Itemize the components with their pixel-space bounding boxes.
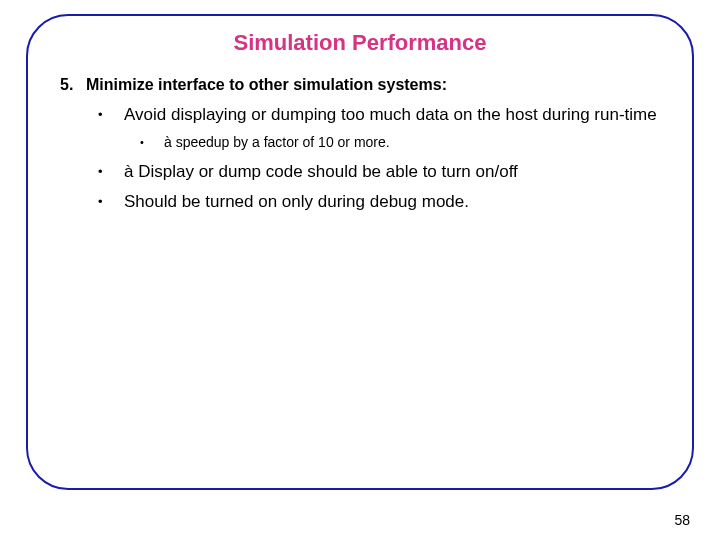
bullet-dot: •: [140, 133, 164, 151]
page-number: 58: [674, 512, 690, 528]
bullet-level2: • à speedup by a factor of 10 or more.: [140, 133, 666, 151]
bullet-dot: •: [98, 104, 124, 125]
slide-title: Simulation Performance: [54, 30, 666, 56]
bullet-level1: • à Display or dump code should be able …: [98, 161, 666, 182]
bullet-text: à speedup by a factor of 10 or more.: [164, 133, 390, 151]
bullet-text: à Display or dump code should be able to…: [124, 161, 518, 182]
bullet-text: Should be turned on only during debug mo…: [124, 191, 469, 212]
bullet-text: Avoid displaying or dumping too much dat…: [124, 104, 657, 125]
item-text: Minimize interface to other simulation s…: [86, 76, 447, 94]
bullet-level1: • Avoid displaying or dumping too much d…: [98, 104, 666, 125]
bullet-level1: • Should be turned on only during debug …: [98, 191, 666, 212]
bullet-dot: •: [98, 191, 124, 212]
slide-frame: Simulation Performance 5. Minimize inter…: [26, 14, 694, 490]
item-number: 5.: [60, 76, 86, 94]
numbered-item: 5. Minimize interface to other simulatio…: [60, 76, 666, 94]
bullet-dot: •: [98, 161, 124, 182]
